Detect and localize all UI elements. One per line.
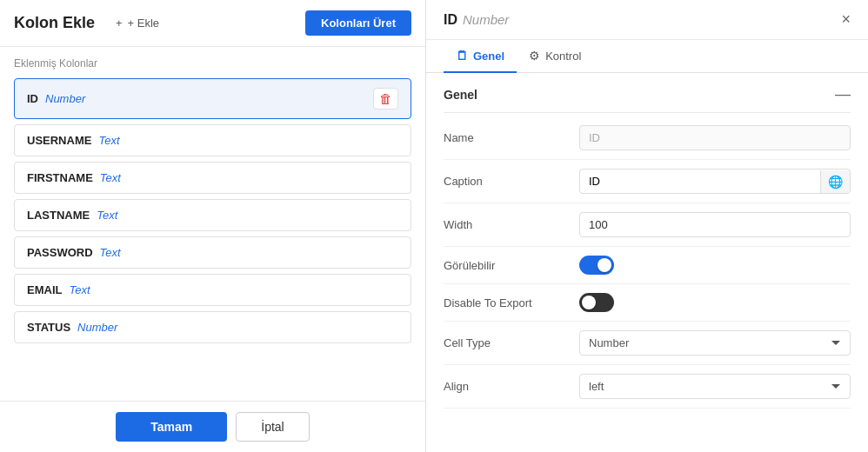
cell-type-label: Cell Type [444,336,565,349]
column-list: ID Number 🗑 USERNAME Text FIRSTNAME Text… [14,78,411,343]
align-row: Align left center right [444,365,851,409]
tab-bar: 🗒 Genel ⚙ Kontrol [426,40,868,73]
width-label: Width [444,218,565,231]
column-item-id[interactable]: ID Number 🗑 [14,78,411,119]
col-name: STATUS [27,321,70,334]
column-item-username[interactable]: USERNAME Text [14,124,411,156]
gorulebilir-control [579,256,851,275]
col-type: Text [100,171,121,184]
cell-type-control: Number Text Date Boolean [579,330,851,356]
disable-export-toggle[interactable] [579,293,614,312]
caption-row: Caption 🌐 [444,160,851,203]
close-button[interactable]: × [841,10,851,29]
disable-export-label: Disable To Export [444,296,565,309]
column-item-firstname[interactable]: FIRSTNAME Text [14,162,411,194]
plus-icon: + [116,17,123,30]
column-item-email[interactable]: EMAIL Text [14,274,411,306]
caption-translate-icon[interactable]: 🌐 [820,170,850,193]
name-row: Name [444,116,851,160]
col-name: EMAIL [27,283,62,296]
left-header: Kolon Ekle + + Ekle Kolonları Üret [0,0,425,47]
column-item-status[interactable]: STATUS Number [14,311,411,343]
column-item-lastname[interactable]: LASTNAME Text [14,199,411,231]
cancel-button[interactable]: İptal [236,412,309,442]
left-footer: Tamam İptal [0,401,425,452]
right-panel: ID Number × 🗒 Genel ⚙ Kontrol Genel — Na… [426,0,868,452]
kontrol-tab-label: Kontrol [545,50,581,63]
width-input[interactable] [579,212,851,237]
col-type: Text [98,134,119,147]
caption-control: 🌐 [579,169,851,194]
delete-icon[interactable]: 🗑 [373,88,398,110]
gorulebilir-label: Görülebilir [444,259,565,272]
right-type: Number [463,12,509,27]
tab-genel[interactable]: 🗒 Genel [444,40,517,73]
width-row: Width [444,203,851,247]
col-name: LASTNAME [27,209,90,222]
col-name: PASSWORD [27,246,93,259]
add-button[interactable]: + + Ekle [109,13,166,33]
gorulebilir-slider [579,256,614,275]
section-label: Eklenmiş Kolonlar [14,57,411,70]
name-control [579,125,851,150]
confirm-button[interactable]: Tamam [116,412,227,442]
right-title: ID [444,12,457,28]
col-type: Number [77,321,117,334]
kontrol-tab-icon: ⚙ [529,49,540,63]
col-actions: 🗑 [373,88,398,110]
align-label: Align [444,380,565,393]
column-item-password[interactable]: PASSWORD Text [14,236,411,269]
genel-tab-label: Genel [473,50,504,63]
tab-kontrol[interactable]: ⚙ Kontrol [517,40,593,73]
generate-button[interactable]: Kolonları Üret [305,10,411,36]
width-control [579,212,851,237]
cell-type-row: Cell Type Number Text Date Boolean [444,322,851,365]
disable-export-slider [579,293,614,312]
genel-section-header: Genel — [444,73,851,113]
cell-type-select[interactable]: Number Text Date Boolean [579,330,851,356]
align-control: left center right [579,374,851,399]
caption-input[interactable] [580,170,820,193]
genel-section-label: Genel [444,88,477,102]
disable-export-control [579,293,851,312]
right-header: ID Number × [426,0,868,40]
col-name: USERNAME [27,134,91,147]
caption-label: Caption [444,175,565,188]
gorulebilir-toggle[interactable] [579,256,614,275]
column-list-area: Eklenmiş Kolonlar ID Number 🗑 USERNAME T… [0,47,425,401]
section-collapse-icon[interactable]: — [835,85,851,103]
col-name: FIRSTNAME [27,171,93,184]
col-type: Text [69,283,90,296]
name-input[interactable] [579,125,851,150]
genel-tab-icon: 🗒 [456,49,468,63]
left-panel: Kolon Ekle + + Ekle Kolonları Üret Eklen… [0,0,426,452]
disable-export-row: Disable To Export [444,284,851,322]
gorulebilir-row: Görülebilir [444,247,851,284]
name-label: Name [444,131,565,144]
align-select[interactable]: left center right [579,374,851,399]
panel-title: Kolon Ekle [14,14,95,32]
right-body: Genel — Name Caption 🌐 Width [426,73,868,452]
col-type: Number [45,92,85,105]
add-label: + Ekle [128,17,160,30]
col-type: Text [100,246,121,259]
col-type: Text [97,209,117,222]
col-name: ID [27,92,38,105]
